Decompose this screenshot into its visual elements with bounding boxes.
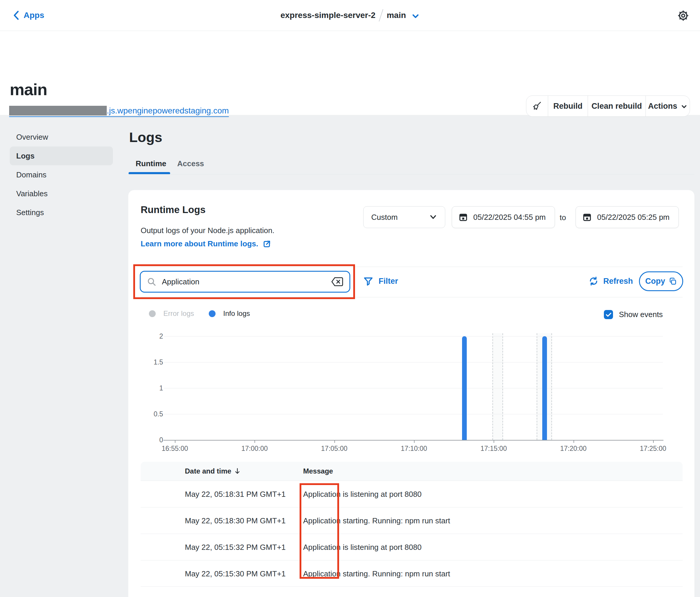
chevron-down-icon[interactable] [411,13,420,19]
x-axis-tick-label: 17:05:00 [321,445,348,452]
x-axis-tick-label: 17:20:00 [560,445,587,452]
chart-event-band [493,333,503,440]
page-title: Logs [129,129,162,145]
panel-title: Runtime Logs [141,204,205,215]
refresh-icon [589,276,599,286]
chart-legend: Error logs Info logs [149,309,250,318]
environment-header-section: main .js.wpenginepoweredstaging.com Rebu… [0,31,700,115]
chart-x-tick-mark [574,440,574,443]
redacted-url-block [9,106,107,115]
x-axis-tick-label: 17:15:00 [480,445,507,452]
chart-x-tick-mark [254,440,255,443]
logs-table-header: Date and time Message [141,462,683,481]
tabs-divider [129,174,694,175]
learn-more-label: Learn more about Runtime logs. [141,239,258,249]
tab-runtime-label: Runtime [135,159,166,168]
y-axis-tick-label: 0 [128,436,163,444]
deploy-broom-button[interactable] [526,96,548,116]
annotation-box-search [133,264,355,299]
chart-x-tick-mark [653,440,654,443]
y-axis-tick-label: 2 [128,332,163,340]
table-row[interactable]: May 22, 05:15:32 PM GMT+1 Application is… [141,534,683,560]
sidebar-item-settings[interactable]: Settings [10,203,113,222]
table-row[interactable]: May 22, 05:18:31 PM GMT+1 Application is… [141,481,683,507]
rebuild-label: Rebuild [553,102,582,111]
show-events-checkbox[interactable] [604,310,613,319]
copy-label: Copy [645,277,665,286]
x-axis-tick-label: 17:25:00 [640,445,667,452]
rebuild-button[interactable]: Rebuild [548,96,588,116]
breadcrumb-separator [379,9,383,22]
sidebar-item-domains[interactable]: Domains [10,165,113,184]
column-header-date[interactable]: Date and time [185,462,241,481]
sidebar-item-overview[interactable]: Overview [10,128,113,147]
sidebar-item-label: Overview [16,133,48,142]
sidebar-item-label: Logs [16,152,34,161]
column-header-message-label: Message [303,467,333,475]
breadcrumb-environment: main [386,10,406,20]
refresh-label: Refresh [603,277,633,286]
date-from-picker[interactable]: 05/22/2025 04:55 pm [452,206,555,228]
time-range-select[interactable]: Custom [363,206,445,228]
log-datetime: May 22, 05:15:32 PM GMT+1 [185,534,286,561]
logs-table: Date and time Message May 22, 05:18:31 P… [141,462,683,587]
chart-x-tick-mark [414,440,415,443]
filter-funnel-icon [363,276,373,286]
date-to-picker[interactable]: 05/22/2025 05:25 pm [576,206,679,228]
tab-runtime[interactable]: Runtime [135,159,166,168]
refresh-button[interactable]: Refresh [589,276,633,286]
chart-x-tick-mark [494,440,494,443]
chart-x-axis-line [164,440,664,441]
info-logs-dot [209,310,216,317]
sidebar-item-variables[interactable]: Variables [10,184,113,203]
back-to-apps-link[interactable]: Apps [13,0,44,31]
external-link-icon [262,239,271,249]
log-datetime: May 22, 05:18:31 PM GMT+1 [185,481,286,508]
breadcrumb-app-name: express-simple-server-2 [280,10,375,20]
y-axis-tick-label: 1.5 [128,358,163,366]
settings-gear-icon[interactable] [677,9,690,22]
date-to-value: 05/22/2025 05:25 pm [597,213,670,222]
error-logs-label: Error logs [164,309,194,318]
panel-description: Output logs of your Node.js application. [141,226,275,235]
time-range-value: Custom [371,213,398,222]
clean-rebuild-button[interactable]: Clean rebuild [588,96,645,116]
chart-gridline [164,362,663,362]
calendar-icon [458,212,468,222]
filter-button[interactable]: Filter [363,276,398,286]
chart-x-tick-mark [334,440,335,443]
sidebar-item-logs[interactable]: Logs [10,147,113,165]
sort-descending-icon [234,468,241,475]
clean-rebuild-label: Clean rebuild [592,102,642,111]
info-logs-label: Info logs [223,309,250,318]
runtime-logs-chart: 00.511.5216:55:0017:00:0017:05:0017:10:0… [128,330,694,456]
log-datetime: May 22, 05:18:30 PM GMT+1 [185,508,286,534]
actions-dropdown-button[interactable]: Actions [646,96,690,116]
environment-actions-button-group: Rebuild Clean rebuild Actions [526,96,690,117]
x-axis-tick-label: 17:10:00 [401,445,427,452]
column-header-date-label: Date and time [185,467,231,475]
date-from-value: 05/22/2025 04:55 pm [473,213,546,222]
chart-gridline [164,414,663,414]
tab-access-label: Access [177,159,204,168]
column-header-message[interactable]: Message [303,462,333,481]
table-row[interactable]: May 22, 05:18:30 PM GMT+1 Application st… [141,507,683,534]
copy-icon [669,277,677,286]
breadcrumb: express-simple-server-2 main [280,0,420,31]
chart-bar [542,336,547,440]
environment-title: main [10,80,47,99]
y-axis-tick-label: 1 [128,384,163,392]
tab-access[interactable]: Access [177,159,204,168]
sidebar-item-label: Variables [16,189,48,198]
table-row[interactable]: May 22, 05:15:30 PM GMT+1 Application st… [141,560,683,587]
check-icon [606,312,611,317]
x-axis-tick-label: 16:55:00 [161,445,188,452]
copy-button[interactable]: Copy [639,271,683,291]
show-events-toggle[interactable]: Show events [604,310,663,319]
sidebar-item-label: Domains [16,170,47,179]
chart-bar [462,336,467,440]
x-axis-tick-label: 17:00:00 [242,445,268,452]
learn-more-link[interactable]: Learn more about Runtime logs. [141,239,271,249]
chevron-left-icon [13,10,20,20]
environment-url-link[interactable]: .js.wpenginepoweredstaging.com [9,106,229,117]
